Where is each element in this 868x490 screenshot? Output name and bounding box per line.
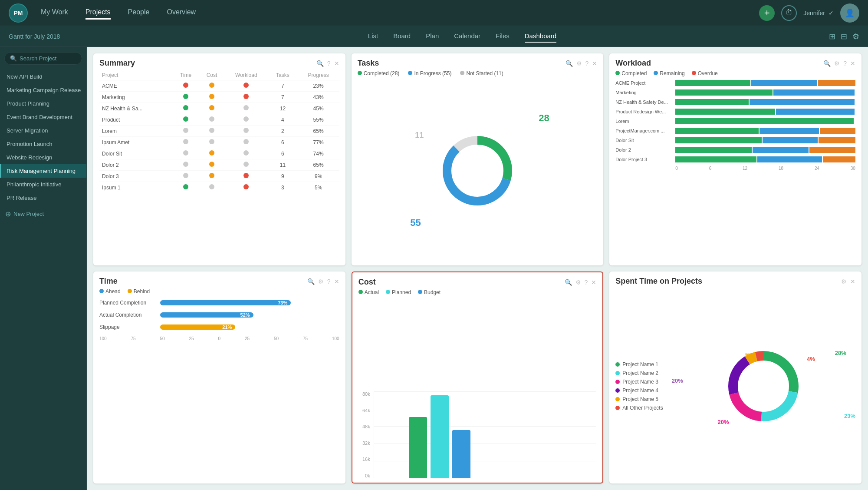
y-80k: 80k xyxy=(358,391,370,397)
tab-plan[interactable]: Plan xyxy=(426,30,439,43)
label-4: Project Name 4 xyxy=(622,387,658,394)
summary-search-icon[interactable]: 🔍 xyxy=(316,60,324,67)
workload-search-icon[interactable]: 🔍 xyxy=(823,60,831,67)
grid-icon[interactable]: ⊞ xyxy=(829,32,835,41)
search-box[interactable]: 🔍 Search Project xyxy=(4,52,82,65)
add-button[interactable]: + xyxy=(759,5,775,21)
spent-donut-svg xyxy=(720,343,807,430)
col-workload: Workload xyxy=(224,70,268,80)
workload-row: Dolor 2 xyxy=(615,147,855,153)
tab-files[interactable]: Files xyxy=(496,30,510,43)
workload-gear-icon[interactable]: ⚙ xyxy=(834,60,840,67)
summary-icons: 🔍 ? ✕ xyxy=(316,60,339,67)
spent-gear-icon[interactable]: ⚙ xyxy=(841,278,847,285)
tasks-help-icon[interactable]: ? xyxy=(585,60,589,67)
username: Jennifer xyxy=(803,10,825,17)
time-close-icon[interactable]: ✕ xyxy=(334,278,339,285)
spent-icons: ⚙ ✕ xyxy=(841,278,855,285)
cost-bar-actual xyxy=(409,417,427,478)
tab-calendar[interactable]: Calendar xyxy=(454,30,480,43)
nav-people[interactable]: People xyxy=(128,6,150,20)
nav-my-work[interactable]: My Work xyxy=(41,6,68,20)
nav-projects[interactable]: Projects xyxy=(85,6,111,20)
label-1: Project Name 1 xyxy=(622,361,658,368)
sidebar-item-promotion-launch[interactable]: Promotion Launch xyxy=(0,137,86,151)
spent-donut-container: 28% 23% 20% 20% 5% 4% xyxy=(672,343,855,430)
grid-line-4 xyxy=(374,444,597,444)
table-row: Ipsum Amet 6 77% xyxy=(99,137,339,148)
summary-close-icon[interactable]: ✕ xyxy=(334,60,339,67)
sidebar-item-product-planning[interactable]: Product Planning xyxy=(0,97,86,110)
spent-item-2: Project Name 2 xyxy=(615,370,663,376)
y-64k: 64k xyxy=(358,408,370,413)
tasks-close-icon[interactable]: ✕ xyxy=(592,60,597,67)
workload-icons: 🔍 ⚙ ? ✕ xyxy=(823,60,855,67)
summary-table: Project Time Cost Workload Tasks Progres… xyxy=(99,70,339,193)
settings-icon[interactable]: ⚙ xyxy=(852,32,859,41)
spent-item-5: Project Name 5 xyxy=(615,396,663,402)
pct-5: 5% xyxy=(745,351,753,358)
cost-search-icon[interactable]: 🔍 xyxy=(565,279,572,286)
time-gear-icon[interactable]: ⚙ xyxy=(318,278,324,285)
time-search-icon[interactable]: 🔍 xyxy=(307,278,315,285)
workload-header: Workload 🔍 ⚙ ? ✕ xyxy=(609,53,861,70)
nav-right: + ⏱ Jennifer ✓ 👤 xyxy=(759,3,859,23)
workload-title: Workload xyxy=(615,59,651,68)
clock-button[interactable]: ⏱ xyxy=(781,5,797,21)
table-row: Dolor 2 11 65% xyxy=(99,159,339,171)
sidebar-item-server-migration[interactable]: Server Migration xyxy=(0,124,86,137)
col-progress: Progress xyxy=(298,70,339,80)
sidebar-item-event-brand[interactable]: Event Brand Development xyxy=(0,110,86,124)
grid-line-3 xyxy=(374,426,597,427)
workload-axis: 0 6 12 18 24 30 xyxy=(615,166,855,171)
filter-icon[interactable]: ⊟ xyxy=(841,32,847,41)
cost-bar-planned xyxy=(431,395,449,478)
label-3: Project Name 3 xyxy=(622,379,658,385)
pct-23: 23% xyxy=(844,413,855,419)
cost-bars-area xyxy=(374,391,597,478)
cost-close-icon[interactable]: ✕ xyxy=(591,279,596,286)
tasks-icons: 🔍 ⚙ ? ✕ xyxy=(566,60,598,67)
summary-help-icon[interactable]: ? xyxy=(327,60,331,67)
cost-help-icon[interactable]: ? xyxy=(585,279,588,286)
workload-close-icon[interactable]: ✕ xyxy=(850,60,855,67)
tasks-gear-icon[interactable]: ⚙ xyxy=(576,60,582,67)
sub-nav: Gantt for July 2018 List Board Plan Cale… xyxy=(0,26,868,47)
pct-28: 28% xyxy=(835,350,846,356)
sidebar-item-risk-management[interactable]: Risk Management Planning xyxy=(0,164,86,178)
time-help-icon[interactable]: ? xyxy=(327,278,331,285)
planned-completion-row: Planned Completion 73% xyxy=(99,300,339,306)
slippage-row: Slippage 21% xyxy=(99,324,339,330)
pct-20-pink: 20% xyxy=(718,419,729,425)
nav-overview[interactable]: Overview xyxy=(167,6,196,20)
workload-help-icon[interactable]: ? xyxy=(843,60,847,67)
tab-dashboard[interactable]: Dashboard xyxy=(525,30,556,43)
sidebar-item-pr-release[interactable]: PR Release xyxy=(0,191,86,205)
cost-body: Actual Planned Budget 80k 64k 48k 32k 16… xyxy=(352,289,603,483)
table-row: Product 4 55% xyxy=(99,114,339,126)
new-project-button[interactable]: ⊕ New Project xyxy=(0,206,86,222)
workload-row: ProjectManager.com ... xyxy=(615,128,855,134)
tab-list[interactable]: List xyxy=(368,30,378,43)
top-nav: PM My Work Projects People Overview + ⏱ … xyxy=(0,0,868,26)
sidebar-item-new-api-build[interactable]: New API Build xyxy=(0,70,86,83)
user-badge[interactable]: Jennifer ✓ xyxy=(803,10,834,17)
sidebar-item-marketing-campaign[interactable]: Marketing Campaign Release xyxy=(0,83,86,97)
sidebar-item-philanthropic[interactable]: Philanthropic Initiative xyxy=(0,178,86,191)
legend-not-started: Not Started (11) xyxy=(460,70,503,76)
spent-close-icon[interactable]: ✕ xyxy=(850,278,855,285)
donut-chart xyxy=(434,127,521,214)
col-cost: Cost xyxy=(199,70,225,80)
sidebar-item-website-redesign[interactable]: Website Redesign xyxy=(0,151,86,164)
logo[interactable]: PM xyxy=(9,3,28,23)
cost-chart-inner: 80k 64k 48k 32k 16k 0k xyxy=(358,299,597,478)
spent-body: Project Name 1 Project Name 2 Project Na… xyxy=(609,288,861,483)
avatar[interactable]: 👤 xyxy=(840,3,859,23)
planned-bar-area: 73% xyxy=(160,300,339,305)
tab-board[interactable]: Board xyxy=(393,30,411,43)
cost-gear-icon[interactable]: ⚙ xyxy=(575,279,581,286)
tasks-search-icon[interactable]: 🔍 xyxy=(566,60,573,67)
search-icon: 🔍 xyxy=(10,55,17,62)
cost-actual: Actual xyxy=(358,289,379,295)
time-behind: Behind xyxy=(128,288,150,295)
